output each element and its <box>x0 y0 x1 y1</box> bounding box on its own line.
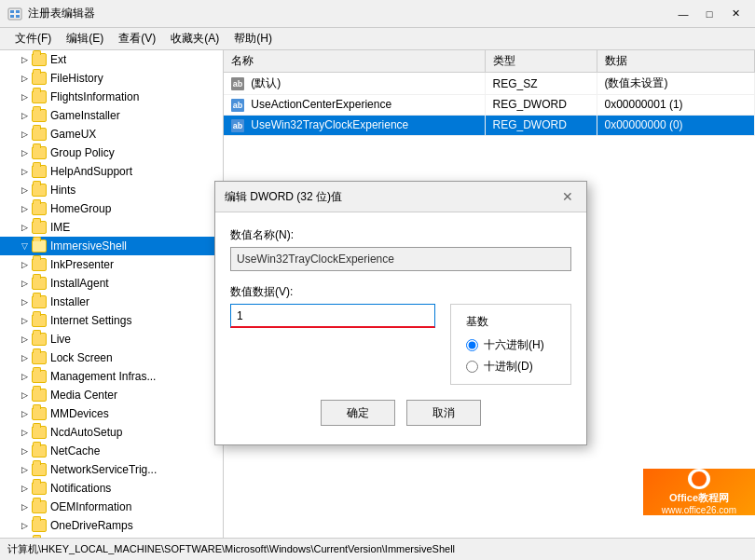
expand-icon: ▷ <box>19 464 30 475</box>
expand-icon: ▷ <box>19 259 30 270</box>
tree-item-inkpresenter[interactable]: ▷ InkPresenter <box>0 255 223 274</box>
tree-item-gameinstaller[interactable]: ▷ GameInstaller <box>0 106 223 125</box>
office-badge-text2: www.office26.com <box>662 505 736 515</box>
title-bar-controls: — □ ✕ <box>671 5 748 23</box>
tree-item-mediacenter[interactable]: ▷ Media Center <box>0 386 223 404</box>
tree-label: Lock Screen <box>50 351 113 364</box>
row-type: REG_SZ <box>485 73 597 95</box>
table-row-selected[interactable]: ab UseWin32TrayClockExperience REG_DWORD… <box>224 115 755 135</box>
tree-label: Ext <box>50 53 66 66</box>
close-button[interactable]: ✕ <box>723 5 748 23</box>
expand-icon: ▷ <box>19 483 30 494</box>
folder-icon <box>32 463 47 476</box>
radio-hex[interactable] <box>466 339 478 351</box>
office-badge-text1: Office教程网 <box>669 491 729 505</box>
tree-panel[interactable]: ▷ Ext ▷ FileHistory ▷ FlightsInformation… <box>0 50 224 538</box>
value-name-label: 数值名称(N): <box>230 227 571 243</box>
folder-icon <box>32 202 47 215</box>
tree-item-networkservicetrig[interactable]: ▷ NetworkServiceTrig... <box>0 460 223 479</box>
title-bar-left: 注册表编辑器 <box>7 6 95 21</box>
col-type[interactable]: 类型 <box>485 50 597 73</box>
svg-rect-1 <box>10 10 14 13</box>
tree-item-notifications[interactable]: ▷ Notifications <box>0 479 223 498</box>
office-circle <box>688 469 710 489</box>
tree-item-gameux[interactable]: ▷ GameUX <box>0 125 223 143</box>
maximize-button[interactable]: □ <box>697 5 721 23</box>
expand-icon: ▷ <box>19 371 30 382</box>
tree-label: NetCache <box>50 444 100 458</box>
tree-label: GameInstaller <box>50 109 120 122</box>
dword-icon: ab <box>231 99 244 112</box>
folder-icon <box>32 444 47 458</box>
tree-label: Hints <box>50 184 76 197</box>
folder-icon <box>32 482 47 495</box>
expand-icon: ▷ <box>19 334 30 345</box>
tree-label: MMDevices <box>50 407 109 420</box>
tree-item-flightsinformation[interactable]: ▷ FlightsInformation <box>0 88 223 106</box>
folder-icon-open <box>32 239 47 253</box>
folder-icon <box>32 389 47 402</box>
expand-icon: ▷ <box>19 408 30 419</box>
tree-item-ime[interactable]: ▷ IME <box>0 218 223 237</box>
tree-label: HelpAndSupport <box>50 165 132 178</box>
status-text: 计算机\HKEY_LOCAL_MACHINE\SOFTWARE\Microsof… <box>7 542 455 556</box>
tree-item-immersiveshell[interactable]: ▽ ImmersiveShell <box>0 237 223 255</box>
cancel-button[interactable]: 取消 <box>406 400 481 426</box>
folder-icon <box>32 221 47 234</box>
menu-file[interactable]: 文件(F) <box>7 29 59 48</box>
dialog-buttons: 确定 取消 <box>230 400 571 430</box>
ok-button[interactable]: 确定 <box>321 400 395 426</box>
radio-hex-label[interactable]: 十六进制(H) <box>466 337 556 353</box>
tree-item-ncdautosetup[interactable]: ▷ NcdAutoSetup <box>0 423 223 442</box>
tree-item-homegroup[interactable]: ▷ HomeGroup <box>0 199 223 218</box>
tree-item-live[interactable]: ▷ Live <box>0 330 223 348</box>
expand-icon: ▷ <box>19 352 30 363</box>
base-label: 基数 <box>466 314 556 330</box>
tree-item-filehistory[interactable]: ▷ FileHistory <box>0 69 223 88</box>
tree-item-onedriveramps[interactable]: ▷ OneDriveRamps <box>0 516 223 535</box>
tree-item-oeminformation[interactable]: ▷ OEMInformation <box>0 498 223 516</box>
tree-label: FlightsInformation <box>50 90 139 103</box>
minimize-button[interactable]: — <box>671 5 695 23</box>
tree-item-grouppolicy[interactable]: ▷ Group Policy <box>0 143 223 162</box>
expand-icon: ▷ <box>19 166 30 177</box>
folder-icon <box>32 146 47 159</box>
dialog-close-button[interactable]: ✕ <box>558 187 577 206</box>
folder-icon <box>32 351 47 364</box>
table-row[interactable]: ab (默认) REG_SZ (数值未设置) <box>224 73 755 95</box>
menu-view[interactable]: 查看(V) <box>111 29 163 48</box>
tree-item-internetsettings[interactable]: ▷ Internet Settings <box>0 311 223 330</box>
tree-item-helpandsupport[interactable]: ▷ HelpAndSupport <box>0 162 223 181</box>
menu-favorites[interactable]: 收藏夹(A) <box>163 29 226 48</box>
tree-label: Notifications <box>50 482 111 495</box>
col-data[interactable]: 数据 <box>597 50 755 73</box>
col-name[interactable]: 名称 <box>224 50 485 73</box>
tree-label: GameUX <box>50 128 96 141</box>
dword-icon-selected: ab <box>231 119 244 132</box>
default-icon: ab <box>231 77 244 90</box>
tree-item-hints[interactable]: ▷ Hints <box>0 181 223 199</box>
tree-item-netcache[interactable]: ▷ NetCache <box>0 442 223 460</box>
tree-label: NetworkServiceTrig... <box>50 463 157 476</box>
tree-item-installer[interactable]: ▷ Installer <box>0 293 223 311</box>
expand-icon: ▽ <box>19 240 30 252</box>
tree-item-ext[interactable]: ▷ Ext <box>0 50 223 69</box>
expand-icon: ▷ <box>19 222 30 233</box>
office-badge: Office教程网 www.office26.com <box>643 469 755 515</box>
radio-dec[interactable] <box>466 361 478 373</box>
value-data-input[interactable] <box>230 304 435 328</box>
menu-help[interactable]: 帮助(H) <box>226 29 280 48</box>
tree-item-installagent[interactable]: ▷ InstallAgent <box>0 274 223 293</box>
table-row[interactable]: ab UseActionCenterExperience REG_DWORD 0… <box>224 95 755 116</box>
tree-label: IME <box>50 221 70 234</box>
menu-bar: 文件(F) 编辑(E) 查看(V) 收藏夹(A) 帮助(H) <box>0 28 755 50</box>
menu-edit[interactable]: 编辑(E) <box>59 29 111 48</box>
folder-icon <box>32 53 47 66</box>
radio-dec-label[interactable]: 十进制(D) <box>466 359 556 375</box>
main-content: winjlient ▷ Ext ▷ FileHistory ▷ FlightsI… <box>0 50 755 538</box>
tree-item-lockscreen[interactable]: ▷ Lock Screen <box>0 348 223 367</box>
tree-item-managementinfras[interactable]: ▷ Management Infras... <box>0 367 223 386</box>
app-icon <box>7 7 22 21</box>
value-name-input[interactable] <box>230 247 571 271</box>
tree-item-mmdevices[interactable]: ▷ MMDevices <box>0 404 223 423</box>
